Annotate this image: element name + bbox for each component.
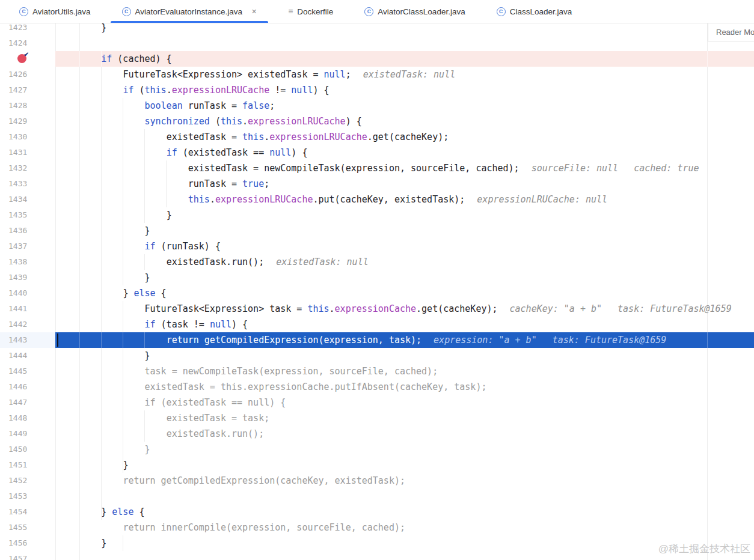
gutter-line-number[interactable]: 1457 (8, 551, 27, 560)
code-text: task = newCompileTask(expression, source… (0, 364, 754, 379)
gutter-line-number[interactable]: 1454 (8, 504, 27, 520)
code-line[interactable]: 1428 boolean runTask = false; (0, 98, 754, 114)
code-line[interactable]: 1429 synchronized (this.expressionLRUCac… (0, 114, 754, 129)
code-text: FutureTask<Expression> task = this.expre… (0, 301, 754, 317)
code-line[interactable]: 1434 this.expressionLRUCache.put(cacheKe… (0, 192, 754, 207)
code-line[interactable]: 1451 } (0, 457, 754, 473)
code-text: } (0, 442, 754, 457)
file-list-icon: ≡ (288, 7, 293, 16)
editor-tab[interactable]: CAviatorEvaluatorInstance.java✕ (111, 0, 269, 23)
gutter-line-number[interactable]: 1455 (8, 520, 27, 535)
code-line[interactable]: 1447 if (existedTask == null) { (0, 395, 754, 410)
code-line[interactable]: 1436 } (0, 223, 754, 239)
code-line[interactable]: 1455 return innerCompile(expression, sou… (0, 520, 754, 535)
gutter-line-number[interactable]: 1443 (8, 332, 27, 348)
tab-label: AviatorEvaluatorInstance.java (135, 7, 242, 16)
gutter-line-number[interactable]: 1427 (8, 82, 27, 98)
reader-mode-button[interactable]: Reader Mode (708, 23, 754, 41)
gutter-line-number[interactable]: 1453 (8, 488, 27, 504)
class-icon: C (364, 7, 373, 16)
code-line[interactable]: 1446 existedTask = this.expressionCache.… (0, 379, 754, 395)
tab-close-icon[interactable]: ✕ (251, 8, 257, 16)
code-line[interactable]: 1449 existedTask.run(); (0, 426, 754, 442)
code-line[interactable]: 1448 existedTask = task; (0, 410, 754, 426)
code-line[interactable]: 1439 } (0, 270, 754, 285)
gutter-line-number[interactable]: 1438 (8, 254, 27, 270)
editor-tab[interactable]: ≡Dockerfile (277, 0, 345, 23)
class-icon: C (19, 7, 28, 16)
gutter-line-number[interactable]: 1430 (8, 129, 27, 145)
code-line[interactable]: 1453 (0, 488, 754, 504)
debugger-inline-value-hint: existedTask: null (363, 69, 456, 80)
breakpoint-icon[interactable]: ✔ (17, 54, 26, 63)
gutter-line-number[interactable]: 1429 (8, 114, 27, 129)
class-icon: C (122, 7, 131, 16)
text-caret (57, 333, 58, 347)
gutter-line-number[interactable]: 1433 (8, 176, 27, 192)
code-line[interactable]: 1437 if (runTask) { (0, 239, 754, 254)
code-line[interactable]: 1432 existedTask = newCompileTask(expres… (0, 160, 754, 176)
gutter-line-number[interactable]: 1442 (8, 317, 27, 332)
gutter-line-number[interactable]: 1451 (8, 457, 27, 473)
gutter-line-number[interactable]: 1434 (8, 192, 27, 207)
gutter-line-number[interactable]: 1439 (8, 270, 27, 285)
gutter-line-number[interactable]: 1436 (8, 223, 27, 239)
code-line[interactable]: ✔ if (cached) { (0, 51, 754, 67)
gutter-line-number[interactable]: 1445 (8, 364, 27, 379)
code-text: if (runTask) { (0, 239, 754, 254)
gutter-line-number[interactable]: 1435 (8, 207, 27, 223)
code-line[interactable]: 1454 } else { (0, 504, 754, 520)
code-line[interactable]: 1452 return getCompiledExpression(cacheK… (0, 473, 754, 488)
code-text: if (cached) { (0, 51, 754, 67)
code-line[interactable]: 1426 FutureTask<Expression> existedTask … (0, 67, 754, 82)
code-line[interactable]: 1424 (0, 35, 754, 51)
gutter-line-number[interactable]: 1437 (8, 239, 27, 254)
code-line[interactable]: 1430 existedTask = this.expressionLRUCac… (0, 129, 754, 145)
code-line[interactable]: 1440 } else { (0, 285, 754, 301)
gutter-line-number[interactable]: 1448 (8, 410, 27, 426)
code-line[interactable]: 1433 runTask = true; (0, 176, 754, 192)
indent-guide (144, 332, 145, 348)
class-icon: C (497, 7, 506, 16)
gutter-line-number[interactable]: 1432 (8, 160, 27, 176)
breakpoint-verified-check-icon: ✔ (24, 51, 29, 58)
gutter-line-number[interactable]: 1452 (8, 473, 27, 488)
code-line[interactable]: 1457 (0, 551, 754, 560)
code-line[interactable]: 1444 } (0, 348, 754, 364)
editor-tab-bar: CAviatorUtils.javaCAviatorEvaluatorInsta… (0, 0, 754, 23)
gutter-line-number[interactable]: 1449 (8, 426, 27, 442)
debugger-inline-value-hint: existedTask: null (276, 257, 369, 267)
code-text: existedTask = task; (0, 410, 754, 426)
code-line[interactable]: 1441 FutureTask<Expression> task = this.… (0, 301, 754, 317)
code-line[interactable]: 1442 if (task != null) { (0, 317, 754, 332)
gutter-line-number[interactable]: 1441 (8, 301, 27, 317)
gutter-line-number[interactable]: 1424 (8, 35, 27, 51)
code-text: existedTask.run();existedTask: null (0, 254, 754, 270)
tab-label: Dockerfile (297, 7, 333, 16)
editor-tab[interactable]: CClassLoader.java (485, 0, 584, 23)
gutter-line-number[interactable]: 1428 (8, 98, 27, 114)
code-line[interactable]: 1445 task = newCompileTask(expression, s… (0, 364, 754, 379)
gutter-line-number[interactable]: 1431 (8, 145, 27, 160)
code-line[interactable]: 1443 return getCompiledExpression(expres… (0, 332, 754, 348)
code-line[interactable]: 1450 } (0, 442, 754, 457)
code-text: if (existedTask == null) { (0, 145, 754, 160)
code-line[interactable]: 1427 if (this.expressionLRUCache != null… (0, 82, 754, 98)
code-line[interactable]: 1431 if (existedTask == null) { (0, 145, 754, 160)
editor-tab[interactable]: CAviatorClassLoader.java (353, 0, 476, 23)
gutter-line-number[interactable]: 1446 (8, 379, 27, 395)
gutter-line-number[interactable]: 1444 (8, 348, 27, 364)
gutter-line-number[interactable]: 1456 (8, 535, 27, 551)
editor-tab[interactable]: CAviatorUtils.java (8, 0, 102, 23)
debugger-inline-value-hint: task: FutureTask@1659 (553, 335, 667, 345)
gutter-line-number[interactable]: 1426 (8, 67, 27, 82)
code-line[interactable]: 1456 } (0, 535, 754, 551)
debugger-inline-value-hint: sourceFile: null (532, 163, 619, 174)
code-text: return innerCompile(expression, sourceFi… (0, 520, 754, 535)
gutter-line-number[interactable]: 1447 (8, 395, 27, 410)
code-line[interactable]: 1438 existedTask.run();existedTask: null (0, 254, 754, 270)
code-text: } else { (0, 285, 754, 301)
gutter-line-number[interactable]: 1450 (8, 442, 27, 457)
gutter-line-number[interactable]: 1440 (8, 285, 27, 301)
code-line[interactable]: 1435 } (0, 207, 754, 223)
